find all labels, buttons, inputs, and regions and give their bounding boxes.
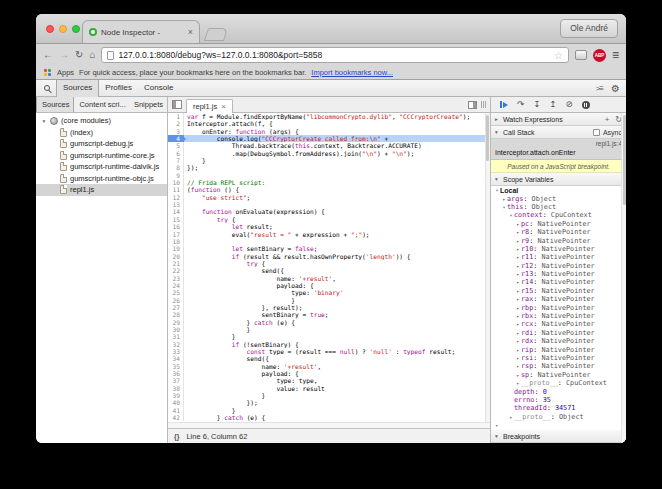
scope-row[interactable]: ▾Local (491, 186, 626, 194)
call-stack-frame[interactable]: repl1.js:4 Interceptor.attach.onEnter (491, 139, 626, 160)
code-line[interactable]: 25 type: 'binary' (168, 289, 490, 296)
code-line[interactable]: 42 } catch (e) { (168, 414, 490, 421)
code-line[interactable]: 18 (168, 238, 490, 245)
gutter-line-number[interactable]: 22 (168, 267, 184, 274)
gutter-line-number[interactable]: 30 (168, 326, 184, 333)
tree-item[interactable]: gumscript-runtime-core.js (36, 150, 167, 162)
code-line[interactable]: 20 if (result && result.hasOwnProperty('… (168, 253, 490, 260)
gutter-line-number[interactable]: 32 (168, 341, 184, 348)
scope-row[interactable]: ▸r8: NativePointer (491, 228, 626, 236)
sidebar-tab-snippets[interactable]: Snippets (129, 97, 167, 112)
gutter-line-number[interactable]: 19 (168, 245, 184, 252)
extension-icon[interactable] (575, 50, 587, 60)
code-line[interactable]: 27 }, result); (168, 304, 490, 311)
step-over-icon[interactable]: ↷ (517, 100, 524, 109)
bookmark-star-icon[interactable]: ☆ (554, 50, 563, 61)
gutter-line-number[interactable]: 29 (168, 319, 184, 326)
step-into-icon[interactable]: ↧ (533, 100, 540, 109)
new-tab-button[interactable] (204, 28, 228, 41)
tree-item[interactable]: repl1.js (36, 184, 167, 196)
scope-row[interactable]: ▸r15: NativePointer (491, 287, 626, 295)
scope-row[interactable]: ▸args: Object (491, 194, 626, 202)
code-line[interactable]: 23 name: '+result', (168, 275, 490, 282)
gutter-line-number[interactable]: 7 (168, 157, 184, 164)
gutter-line-number[interactable]: 34 (168, 355, 184, 362)
code-line[interactable]: 28 sentBinary = true; (168, 311, 490, 318)
gutter-line-number[interactable]: 26 (168, 297, 184, 304)
close-window-button[interactable] (46, 25, 54, 33)
scope-row[interactable]: ▸rax: NativePointer (491, 295, 626, 303)
import-bookmarks-link[interactable]: Import bookmarks now... (311, 68, 393, 77)
debugger-scrollbar[interactable] (621, 113, 626, 443)
scope-row[interactable]: ▸rbp: NativePointer (491, 303, 626, 311)
code-line[interactable]: 31 } (168, 333, 490, 340)
code-line[interactable]: 5 Thread.backtrace(this.context, Backtra… (168, 142, 490, 149)
tab-console[interactable]: Console (138, 80, 179, 97)
code-line[interactable]: 36 payload: { (168, 370, 490, 377)
scope-row[interactable]: ▸rsi: NativePointer (491, 354, 626, 362)
gutter-line-number[interactable]: 6 (168, 150, 184, 157)
code-line[interactable]: 33 const type = (result === null) ? 'nul… (168, 348, 490, 355)
sidebar-tab-content-scripts[interactable]: Content scri... (74, 97, 128, 112)
code-line[interactable]: 14 function onEvaluate(expression) { (168, 208, 490, 215)
gutter-line-number[interactable]: 3 (168, 128, 184, 135)
code-line[interactable]: 7 } (168, 157, 490, 164)
gutter-line-number[interactable]: 38 (168, 385, 184, 392)
call-stack-header[interactable]: ▾ Call Stack Async (491, 126, 626, 139)
tab-close-icon[interactable]: × (188, 28, 193, 37)
gear-icon[interactable]: ⚙ (611, 83, 620, 94)
reload-icon[interactable]: ↻ (75, 50, 83, 60)
gutter-line-number[interactable]: 11 (168, 186, 184, 193)
step-out-icon[interactable]: ↥ (549, 100, 556, 109)
gutter-line-number[interactable]: 9 (168, 172, 184, 179)
toggle-console-icon[interactable]: >≡ (596, 84, 603, 93)
code-line[interactable]: 9 (168, 172, 490, 179)
sidebar-tab-sources[interactable]: Sources (36, 97, 74, 112)
code-line[interactable]: 22 send({ (168, 267, 490, 274)
gutter-line-number[interactable]: 23 (168, 275, 184, 282)
back-icon[interactable]: ← (43, 50, 53, 60)
add-watch-icon[interactable]: + (605, 115, 610, 124)
minimize-window-button[interactable] (59, 25, 67, 33)
tab-profiles[interactable]: Profiles (99, 80, 138, 97)
code-line[interactable]: 39 } (168, 392, 490, 399)
gutter-line-number[interactable]: 5 (168, 142, 184, 149)
code-line[interactable]: 15 try { (168, 216, 490, 223)
code-line[interactable]: 41 } (168, 407, 490, 414)
code-line[interactable]: 1var f = Module.findExportByName("libcom… (168, 113, 490, 120)
gutter-line-number[interactable]: 12 (168, 194, 184, 201)
scope-row[interactable]: ▸r10: NativePointer (491, 245, 626, 253)
code-line[interactable]: 26 } (168, 297, 490, 304)
editor-file-tab[interactable]: repl1.js × (186, 99, 233, 113)
gutter-line-number[interactable]: 16 (168, 223, 184, 230)
scope-row[interactable]: ▸r14: NativePointer (491, 278, 626, 286)
watch-expressions-header[interactable]: ▸ Watch Expressions + ↻ (491, 113, 626, 126)
apps-label[interactable]: Apps (57, 68, 74, 77)
async-checkbox[interactable] (593, 129, 600, 136)
tree-item[interactable]: gumscript-runtime-dalvik.js (36, 161, 167, 173)
scope-row[interactable]: ▸__proto__: Object (491, 413, 626, 421)
scope-row[interactable]: ▸ (491, 421, 626, 429)
gutter-line-number[interactable]: 10 (168, 179, 184, 186)
scope-row[interactable]: ▸rdi: NativePointer (491, 329, 626, 337)
code-line[interactable]: 30 } (168, 326, 490, 333)
scope-row[interactable]: ▸rsp: NativePointer (491, 362, 626, 370)
scope-variables-header[interactable]: ▾ Scope Variables (491, 173, 626, 186)
adblock-icon[interactable]: ABP (593, 49, 606, 62)
code-line[interactable]: 6 .map(DebugSymbol.fromAddress).join("\n… (168, 150, 490, 157)
pretty-print-icon[interactable]: {} (174, 433, 179, 440)
address-bar[interactable]: 127.0.0.1:8080/debug?ws=127.0.0.1:8080&p… (101, 47, 569, 63)
code-line[interactable]: 13 (168, 201, 490, 208)
gutter-line-number[interactable]: 25 (168, 289, 184, 296)
collapsed-arrow-icon[interactable]: ▸ (494, 422, 500, 428)
tree-item[interactable]: gumscript-runtime-objc.js (36, 173, 167, 185)
navigator-toggle-icon[interactable] (172, 100, 182, 109)
panel-toggle-icon[interactable] (468, 101, 477, 109)
scope-row[interactable]: ▸rip: NativePointer (491, 345, 626, 353)
menu-icon[interactable]: ≡ (612, 48, 619, 62)
tree-item[interactable]: gumscript-debug.js (36, 138, 167, 150)
gutter-line-number[interactable]: 24 (168, 282, 184, 289)
gutter-line-number[interactable]: 41 (168, 407, 184, 414)
gutter-line-number[interactable]: 42 (168, 414, 184, 421)
code-line[interactable]: 10// Frida REPL script: (168, 179, 490, 186)
